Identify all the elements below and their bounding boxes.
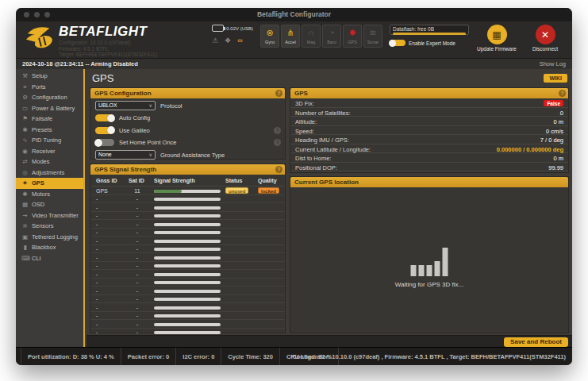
statusbar-segment-packet-error: Packet error: 0 <box>121 348 177 366</box>
sidebar-item-adjustments[interactable]: ◎Adjustments <box>16 167 83 179</box>
sidebar-item-label: Blackbox <box>32 244 56 251</box>
gnss-id-cell: - <box>96 279 98 285</box>
signal-strength-bar <box>154 323 221 326</box>
gps-configuration-panel: GPS Configuration ? UBLOX Protocol Auto … <box>90 87 286 160</box>
sat-id-cell: - <box>129 296 146 302</box>
sat-id-cell: - <box>129 279 146 285</box>
auto-config-toggle[interactable] <box>95 114 114 121</box>
sat-id-cell: - <box>129 221 146 227</box>
app-window: Betaflight Configurator BETAFLIGHT Confi… <box>16 8 572 365</box>
statusbar-segment-cycle-time: Cycle Time: 320 <box>221 348 280 366</box>
help-icon[interactable]: ? <box>274 139 281 146</box>
gnss-id-cell: - <box>96 313 98 318</box>
gps-info-row-speed: Speed:0 cm/s <box>290 126 568 136</box>
protocol-select[interactable]: UBLOX <box>95 101 156 110</box>
sidebar-item-pid-tuning[interactable]: ∿PID Tuning <box>16 135 83 146</box>
battery-icon <box>212 25 224 32</box>
signal-strength-bar <box>154 231 221 234</box>
gnss-id-cell: - <box>96 288 98 294</box>
gnss-id-cell: - <box>96 246 98 252</box>
sidebar-item-power-battery[interactable]: ▭Power & Battery <box>16 103 83 114</box>
gnss-id-cell: - <box>96 305 98 310</box>
help-icon[interactable]: ? <box>275 90 282 97</box>
set-home-point-once-toggle[interactable] <box>95 139 114 146</box>
signal-strength-bar <box>154 214 221 217</box>
signal-strength-bar <box>154 198 221 201</box>
status-bar: Port utilization: D: 38 % U: 4 %Packet e… <box>16 347 572 365</box>
minimize-window-button[interactable] <box>34 12 40 17</box>
sat-id-cell: - <box>129 229 146 235</box>
signal-row-empty: -- <box>90 203 285 212</box>
sat-id-cell: - <box>129 321 146 327</box>
chip-icon: ▦ <box>492 29 501 40</box>
sidebar-item-motors[interactable]: ✺Motors <box>16 189 83 200</box>
sidebar-item-receiver[interactable]: ◉Receiver <box>16 146 83 157</box>
sensor-indicator-gps: ✸GPS <box>343 25 362 48</box>
help-icon[interactable]: ? <box>275 166 282 173</box>
sat-id-cell: - <box>129 329 146 335</box>
update-firmware-button[interactable]: ▦ Update Firmware <box>476 25 517 52</box>
battery-icon: ▭ <box>21 105 29 112</box>
sidebar-item-presets[interactable]: ✱Presets <box>16 125 83 136</box>
quality-badge: locked <box>258 187 279 194</box>
logging-icon: ▣ <box>21 233 29 241</box>
gps-info-row-positional-dop: Positional DOP:99.99 <box>290 163 568 172</box>
use-galileo-toggle[interactable] <box>95 127 114 134</box>
signal-strength-bar <box>154 281 221 284</box>
sidebar-item-blackbox[interactable]: ▮Blackbox <box>16 242 83 253</box>
tab-sidebar: ⚒Setup≡Ports⚙Configuration▭Power & Batte… <box>16 69 85 347</box>
waiting-for-fix-message: Waiting for GPS 3D fix... <box>290 281 568 288</box>
gps-info-row-3d-fix: 3D Fix:False <box>290 98 568 108</box>
sidebar-item-configuration[interactable]: ⚙Configuration <box>16 92 83 103</box>
ground-assistance-select[interactable]: None <box>95 150 156 160</box>
wiki-button[interactable]: WIKI <box>544 74 567 83</box>
sidebar-item-label: Tethered Logging <box>32 233 78 241</box>
expert-mode-toggle[interactable] <box>390 40 405 46</box>
sidebar-item-label: CLI <box>32 255 41 262</box>
help-icon[interactable]: ? <box>274 127 281 134</box>
help-icon[interactable]: ? <box>559 90 566 97</box>
sidebar-item-video-transmitter[interactable]: ⇝Video Transmitter <box>16 210 83 221</box>
sensor-indicator-mag: ∩Mag <box>302 25 321 48</box>
info-label: Dist to Home: <box>295 155 331 162</box>
sat-id-cell: - <box>129 238 146 244</box>
sidebar-item-failsafe[interactable]: ⚑Failsafe <box>16 114 83 125</box>
panel-title: GPS <box>294 90 308 97</box>
info-value: False <box>544 100 563 106</box>
sidebar-item-label: Ports <box>32 83 46 90</box>
sidebar-item-sensors[interactable]: ≋Sensors <box>16 221 83 232</box>
gps-icon: ✸ <box>344 25 361 40</box>
signal-strength-bar <box>154 306 221 310</box>
signal-row-empty: -- <box>90 237 285 245</box>
zoom-window-button[interactable] <box>44 12 50 17</box>
config-row-set-home-point-once: Set Home Point Once? <box>90 137 285 148</box>
disconnect-button[interactable]: ✕ Disconnect <box>525 25 566 52</box>
hornet-icon <box>25 24 56 51</box>
osd-icon: ▦ <box>21 201 29 208</box>
sidebar-item-modes[interactable]: ⇄Modes <box>16 156 83 167</box>
accel-icon: ⋔ <box>282 25 299 40</box>
sidebar-item-ports[interactable]: ≡Ports <box>16 82 83 93</box>
sidebar-item-osd[interactable]: ▦OSD <box>16 199 83 210</box>
sidebar-item-label: Sensors <box>32 222 54 229</box>
sidebar-item-setup[interactable]: ⚒Setup <box>16 71 83 82</box>
sidebar-item-label: PID Tuning <box>32 137 61 144</box>
log-bar: 2024-10-18 @21:34:11 -- Arming Disabled … <box>16 58 572 69</box>
sat-id-cell: - <box>129 271 146 277</box>
sidebar-item-tethered-logging[interactable]: ▣Tethered Logging <box>16 232 83 243</box>
statusbar-version-info: Configurator: 10.10.0 (c97deaf) , Firmwa… <box>292 353 566 360</box>
battery-status: 0.02V (USB) ⚠ ❖ ∞ <box>212 25 253 44</box>
window-controls <box>24 12 50 17</box>
sat-id-cell: - <box>129 288 146 294</box>
close-window-button[interactable] <box>24 12 29 17</box>
sidebar-item-gps[interactable]: ✦GPS <box>16 178 83 189</box>
sensor-label: GPS <box>344 40 361 44</box>
sidebar-item-cli[interactable]: ⌨CLI <box>16 253 83 264</box>
config-row-use-galileo: Use Galileo? <box>90 125 285 136</box>
signal-row-gps: GPS 11 unused locked <box>90 187 285 195</box>
sidebar-item-label: Adjustments <box>32 169 64 176</box>
panel-title: GPS Signal Strength <box>94 166 156 173</box>
show-log-button[interactable]: Show Log <box>540 59 566 70</box>
save-and-reboot-button[interactable]: Save and Reboot <box>504 337 568 347</box>
warning-icon: ⚠ <box>212 37 218 44</box>
